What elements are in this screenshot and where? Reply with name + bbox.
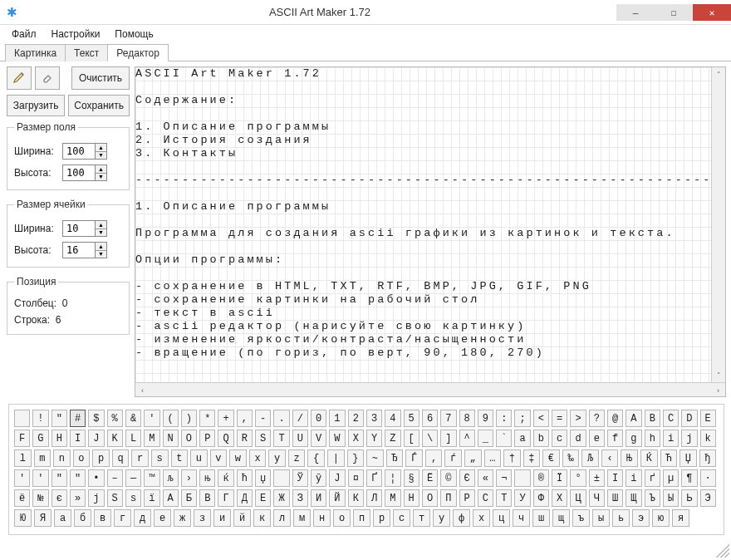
palette-key[interactable]: Є — [459, 469, 475, 487]
palette-key[interactable]: « — [478, 469, 493, 487]
tab-editor[interactable]: Редактор — [107, 44, 169, 61]
palette-key[interactable]: В — [199, 489, 215, 507]
tab-picture[interactable]: Картинка — [5, 44, 66, 61]
palette-key[interactable]: x — [249, 449, 267, 467]
palette-key[interactable]: n — [53, 449, 71, 467]
palette-key[interactable]: N — [163, 430, 179, 447]
palette-key[interactable]: f — [607, 430, 623, 447]
palette-key[interactable]: і — [626, 469, 641, 487]
palette-key[interactable]: 6 — [422, 410, 438, 427]
palette-key[interactable]: ¶ — [681, 469, 697, 487]
palette-key[interactable]: д — [134, 509, 151, 527]
palette-key[interactable]: = — [552, 410, 567, 427]
palette-key[interactable]: Q — [218, 430, 233, 447]
palette-key[interactable]: > — [570, 410, 586, 427]
palette-key[interactable]: } — [347, 449, 365, 467]
palette-key[interactable]: ж — [174, 509, 191, 527]
palette-key[interactable]: R — [237, 430, 253, 447]
clear-button[interactable]: Очистить — [71, 66, 130, 90]
palette-key[interactable]: О — [422, 489, 438, 507]
palette-key[interactable]: Ў — [292, 469, 308, 487]
palette-key[interactable]: Й — [329, 489, 345, 507]
cell-height-stepper[interactable]: ▲▼ — [96, 242, 107, 258]
palette-key[interactable]: ± — [589, 469, 605, 487]
palette-key[interactable]: · — [700, 469, 716, 487]
palette-key[interactable]: ў — [311, 469, 326, 487]
palette-key[interactable]: У — [514, 489, 530, 507]
palette-key[interactable]: С — [478, 489, 493, 507]
menu-help[interactable]: Помощь — [108, 27, 159, 42]
palette-key[interactable]: T — [273, 430, 289, 447]
palette-key[interactable]: g — [626, 430, 641, 447]
palette-key[interactable]: M — [144, 430, 159, 447]
palette-key[interactable]: ѕ — [125, 489, 141, 507]
palette-key[interactable]: Ц — [570, 489, 586, 507]
palette-key[interactable]: E — [700, 410, 716, 427]
palette-key[interactable]: н — [313, 509, 331, 527]
palette-key[interactable]: ' — [144, 410, 159, 427]
palette-key[interactable]: — — [125, 469, 141, 487]
palette-key[interactable]: U — [292, 430, 308, 447]
palette-key[interactable]: – — [107, 469, 123, 487]
palette-key[interactable]: ћ — [237, 469, 253, 487]
palette-key[interactable]: u — [190, 449, 208, 467]
palette-key[interactable]: H — [52, 430, 67, 447]
palette-key[interactable]: ¤ — [348, 469, 364, 487]
palette-key[interactable]: F — [14, 430, 30, 447]
close-button[interactable]: ✕ — [693, 4, 731, 21]
palette-key[interactable]: I — [70, 430, 86, 447]
cell-width-stepper[interactable]: ▲▼ — [96, 220, 107, 237]
palette-key[interactable]: w — [229, 449, 247, 467]
palette-key[interactable]: t — [171, 449, 189, 467]
horizontal-scrollbar[interactable]: ‹ › — [135, 382, 725, 396]
palette-key[interactable]: Я — [34, 509, 52, 527]
palette-key[interactable]: 1 — [329, 410, 345, 427]
palette-key[interactable]: Х — [552, 489, 567, 507]
palette-key[interactable]: Ґ — [366, 469, 382, 487]
palette-key[interactable]: ; — [514, 410, 530, 427]
palette-key[interactable]: й — [233, 509, 251, 527]
save-button[interactable]: Сохранить — [68, 95, 130, 116]
palette-key[interactable]: 2 — [348, 410, 364, 427]
palette-key[interactable]: у — [433, 509, 450, 527]
palette-key[interactable]: 7 — [440, 410, 456, 427]
palette-key[interactable]: Љ — [581, 449, 599, 467]
cell-width-input[interactable] — [62, 220, 96, 237]
palette-key[interactable]: А — [163, 489, 179, 507]
palette-key[interactable]: Л — [366, 489, 382, 507]
palette-key[interactable]: … — [484, 449, 502, 467]
palette-key[interactable]: К — [348, 489, 364, 507]
palette-key[interactable]: З — [292, 489, 308, 507]
palette-key[interactable]: i — [663, 430, 679, 447]
palette-key[interactable]: k — [700, 430, 716, 447]
palette-key[interactable]: m — [34, 449, 52, 467]
palette-key[interactable]: л — [273, 509, 291, 527]
field-height-input[interactable] — [62, 165, 96, 181]
palette-key[interactable]: є — [52, 489, 67, 507]
palette-key[interactable]: ђ — [699, 449, 717, 467]
palette-key[interactable]: 0 — [311, 410, 326, 427]
palette-key[interactable]: „ — [464, 449, 482, 467]
palette-key[interactable]: ^ — [459, 430, 475, 447]
palette-key[interactable]: › — [181, 469, 197, 487]
palette-key[interactable]: в — [94, 509, 111, 527]
palette-key[interactable]: d — [570, 430, 586, 447]
palette-key[interactable]: Y — [366, 430, 382, 447]
palette-key[interactable]: - — [255, 410, 271, 427]
palette-key[interactable]: h — [645, 430, 660, 447]
palette-key[interactable]: 9 — [478, 410, 493, 427]
palette-key[interactable]: о — [333, 509, 351, 527]
palette-key[interactable]: " — [52, 410, 67, 427]
palette-key[interactable]: ю — [652, 509, 670, 527]
palette-key[interactable]: # — [70, 410, 86, 427]
palette-key[interactable]: P — [199, 430, 215, 447]
palette-key[interactable]: Џ — [679, 449, 697, 467]
palette-key[interactable]: + — [218, 410, 233, 427]
palette-key[interactable]: < — [533, 410, 549, 427]
scroll-left-icon[interactable]: ‹ — [135, 383, 150, 397]
palette-key[interactable]: х — [473, 509, 490, 527]
palette-key[interactable]: ч — [513, 509, 530, 527]
palette-key[interactable]: ь — [612, 509, 630, 527]
palette-key[interactable] — [14, 410, 30, 427]
palette-key[interactable]: и — [213, 509, 231, 527]
